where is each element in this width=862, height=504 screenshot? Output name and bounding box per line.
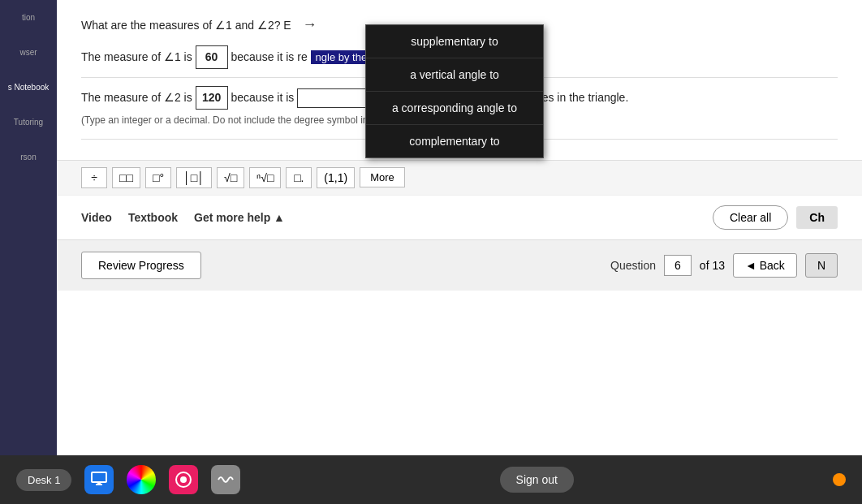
svg-point-4 [180, 476, 187, 483]
dropdown-menu: supplementary to a vertical angle to a c… [365, 24, 544, 158]
orange-dot-indicator [833, 473, 846, 486]
sign-out-button[interactable]: Sign out [500, 467, 574, 493]
clear-all-button[interactable]: Clear all [713, 205, 788, 230]
back-button[interactable]: ◄ Back [733, 253, 797, 278]
math-btn-abs[interactable]: │□│ [176, 167, 212, 188]
arrow-icon [303, 16, 317, 33]
textbook-button[interactable]: Textbook [128, 211, 178, 224]
question-nav: Question 6 of 13 ◄ Back N [610, 253, 838, 278]
question-label: Question [610, 259, 656, 272]
sidebar-item-rson[interactable]: rson [17, 148, 39, 166]
dropdown-item-corresponding[interactable]: a corresponding angle to [366, 92, 543, 125]
taskbar-monitor-icon[interactable] [84, 465, 114, 494]
sidebar-item-tion[interactable]: tion [19, 8, 38, 27]
question-area: What are the measures of ∠1 and ∠2? E Th… [57, 0, 862, 156]
taskbar-app-icon[interactable] [169, 465, 198, 494]
math-btn-more[interactable]: More [360, 167, 405, 187]
ch-button[interactable]: Ch [796, 206, 838, 229]
dropdown-item-vertical[interactable]: a vertical angle to [366, 58, 543, 92]
svg-rect-0 [92, 472, 106, 482]
answer2-value: 120 [196, 86, 228, 110]
main-content: What are the measures of ∠1 and ∠2? E Th… [57, 0, 862, 455]
sidebar-item-notebook[interactable]: s Notebook [5, 78, 53, 97]
bottom-right: Clear all Ch [713, 205, 838, 230]
math-btn-point[interactable]: (1,1) [317, 167, 355, 188]
taskbar-chrome-icon[interactable] [127, 465, 156, 494]
taskbar-wave-icon[interactable] [211, 465, 240, 494]
dropdown-item-complementary[interactable]: complementary to [366, 125, 543, 157]
svg-rect-1 [96, 484, 102, 485]
sidebar-item-wser[interactable]: wser [16, 43, 40, 62]
math-btn-decimal[interactable]: □. [286, 167, 312, 188]
of-label: of 13 [700, 259, 725, 272]
answer1-value: 60 [196, 45, 228, 69]
math-btn-degree[interactable]: □° [145, 167, 171, 188]
math-btn-sqrt[interactable]: √□ [217, 167, 244, 188]
question-number: 6 [664, 255, 692, 276]
review-progress-button[interactable]: Review Progress [81, 252, 201, 279]
sidebar: tion wser s Notebook Tutoring rson [0, 0, 57, 455]
taskbar-left: Desk 1 [16, 465, 240, 494]
video-button[interactable]: Video [81, 211, 112, 224]
bottom-left: Video Textbook Get more help ▲ [81, 211, 285, 224]
get-more-help-button[interactable]: Get more help ▲ [194, 211, 285, 224]
math-toolbar: ÷ □□ □° │□│ √□ ⁿ√□ □. (1,1) More [57, 160, 862, 195]
bottom-toolbar: Video Textbook Get more help ▲ Clear all… [57, 195, 862, 239]
desk-button[interactable]: Desk 1 [16, 469, 71, 491]
sidebar-item-tutoring[interactable]: Tutoring [11, 113, 46, 131]
next-button[interactable]: N [805, 253, 838, 278]
progress-row: Review Progress Question 6 of 13 ◄ Back … [57, 239, 862, 291]
math-btn-nthroot[interactable]: ⁿ√□ [249, 167, 281, 188]
taskbar: Desk 1 Sign out [0, 455, 862, 504]
svg-rect-2 [97, 482, 101, 484]
math-btn-mixed[interactable]: □□ [112, 167, 140, 188]
math-btn-fraction[interactable]: ÷ [81, 167, 107, 188]
dropdown-item-supplementary[interactable]: supplementary to [366, 25, 543, 58]
